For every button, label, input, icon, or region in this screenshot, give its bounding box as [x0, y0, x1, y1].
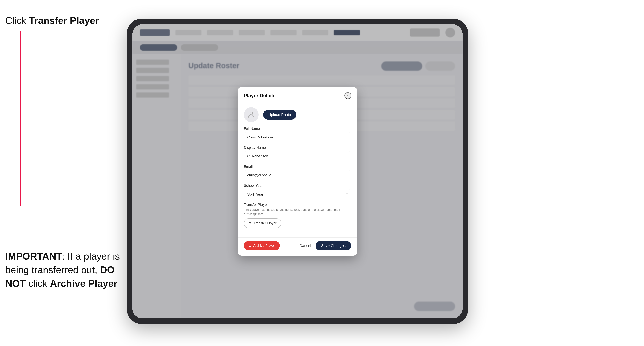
modal-header: Player Details × [238, 87, 357, 103]
full-name-label: Full Name [244, 127, 351, 131]
tablet-device: Update Roster Player Details [127, 19, 468, 324]
save-changes-button[interactable]: Save Changes [316, 241, 351, 250]
user-icon [247, 111, 255, 119]
player-details-modal: Player Details × [238, 87, 357, 256]
modal-footer: ⊘ Archive Player Cancel Save Changes [238, 237, 357, 256]
display-name-input[interactable] [244, 151, 351, 161]
cancel-button[interactable]: Cancel [300, 244, 311, 248]
full-name-group: Full Name [244, 127, 351, 142]
arrow-vertical-line [20, 31, 21, 206]
transfer-section-description: If this player has moved to another scho… [244, 208, 351, 216]
footer-right-buttons: Cancel Save Changes [300, 241, 351, 250]
modal-title: Player Details [244, 93, 276, 99]
archive-btn-label: Archive Player [253, 244, 275, 248]
transfer-btn-label: Transfer Player [254, 221, 276, 225]
modal-body: Upload Photo Full Name Display Name [238, 103, 357, 237]
transfer-player-button[interactable]: ⟳ Transfer Player [244, 218, 281, 228]
email-label: Email [244, 165, 351, 169]
transfer-icon: ⟳ [248, 221, 252, 225]
instruction-prefix: Click [5, 15, 29, 26]
school-year-select[interactable]: First Year Second Year Third Year Fourth… [244, 189, 351, 199]
instruction-bottom: IMPORTANT: If a player is being transfer… [5, 250, 121, 290]
school-year-group: School Year First Year Second Year Third… [244, 184, 351, 199]
instruction-rest2: click [26, 278, 50, 289]
full-name-input[interactable] [244, 132, 351, 142]
transfer-player-section: Transfer Player If this player has moved… [244, 203, 351, 228]
instruction-bold: Transfer Player [29, 15, 99, 26]
avatar-placeholder [244, 107, 259, 122]
school-year-label: School Year [244, 184, 351, 188]
modal-overlay: Player Details × [132, 24, 462, 319]
modal-close-button[interactable]: × [344, 92, 351, 99]
display-name-group: Display Name [244, 146, 351, 161]
email-input[interactable] [244, 170, 351, 180]
school-year-select-wrapper: First Year Second Year Third Year Fourth… [244, 189, 351, 199]
photo-upload-row: Upload Photo [244, 107, 351, 122]
email-group: Email [244, 165, 351, 180]
transfer-section-label: Transfer Player [244, 203, 351, 207]
tablet-screen: Update Roster Player Details [132, 24, 462, 319]
close-icon: × [347, 93, 349, 98]
instruction-top: Click Transfer Player [5, 15, 99, 26]
svg-point-0 [250, 112, 253, 115]
archive-player-label: Archive Player [50, 278, 117, 289]
upload-photo-button[interactable]: Upload Photo [263, 110, 296, 120]
archive-icon: ⊘ [248, 244, 252, 248]
important-label: IMPORTANT [5, 251, 62, 262]
archive-player-button[interactable]: ⊘ Archive Player [244, 241, 280, 250]
display-name-label: Display Name [244, 146, 351, 150]
